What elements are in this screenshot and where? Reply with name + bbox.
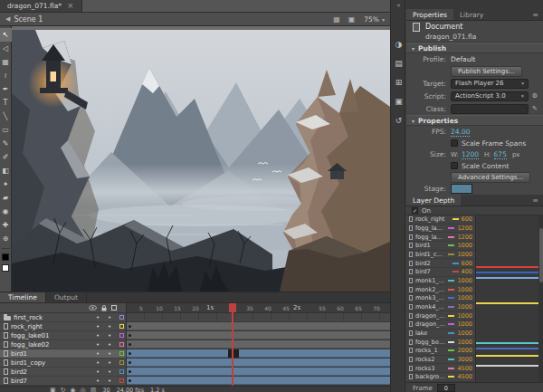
depth-row-rock_right[interactable]: rock_right600 — [406, 215, 475, 225]
depth-value[interactable]: 1000 — [457, 320, 472, 328]
frame-row-bird7[interactable] — [127, 377, 390, 386]
onion-skin-icon[interactable]: ◉ — [71, 387, 76, 392]
depth-row-monk3_walk[interactable]: monk3_walk1000 — [406, 294, 475, 303]
depth-row-lake[interactable]: lake1000 — [406, 330, 475, 339]
depth-row-monk4_walk[interactable]: monk4_walk1000 — [406, 303, 475, 312]
depth-line[interactable] — [476, 355, 538, 357]
transform-panel-icon[interactable]: ▣ — [395, 97, 403, 106]
script-settings-icon[interactable]: ⚙ — [532, 92, 538, 100]
depth-value[interactable]: 1000 — [457, 303, 472, 311]
frame-ruler[interactable]: 510152030354045556065701s2s — [127, 303, 390, 313]
depth-value[interactable]: 1000 — [457, 286, 472, 293]
depth-value[interactable]: 1000 — [457, 330, 472, 337]
depth-row-bird1_copy[interactable]: bird1_copy1000 — [406, 251, 475, 260]
publish-settings-button[interactable]: Publish Settings... — [451, 66, 522, 77]
height-value[interactable]: 675 — [494, 150, 507, 159]
depth-value[interactable]: 4500 — [457, 373, 472, 380]
properties-section-header[interactable]: ▾ Properties — [406, 115, 543, 126]
depth-line[interactable] — [476, 266, 538, 268]
playhead-handle[interactable] — [229, 303, 236, 312]
timeline-layer-first_rock[interactable]: first_rock•• — [0, 313, 126, 322]
depth-value[interactable]: 600 — [462, 260, 472, 267]
timeline-layer-bird1_copy[interactable]: bird1_copy•• — [0, 359, 126, 368]
visibility-dot[interactable]: • — [93, 368, 102, 376]
outline-icon[interactable] — [111, 305, 117, 311]
outline-color-swatch[interactable] — [117, 350, 126, 358]
lock-dot[interactable]: • — [105, 378, 114, 385]
timeline-tab-output[interactable]: Output — [46, 292, 87, 302]
stage-color-swatch[interactable] — [451, 184, 472, 194]
visibility-dot[interactable]: • — [93, 332, 102, 339]
depth-row-fogg_before[interactable]: fogg_before1000 — [406, 338, 475, 347]
depth-row-bird2[interactable]: bird2600 — [406, 259, 475, 268]
depth-row-monk1_walk[interactable]: monk1_walk1000 — [406, 277, 475, 286]
hand-tool[interactable]: ✚ — [0, 218, 12, 232]
depth-value[interactable]: 3000 — [457, 356, 472, 363]
fill-color-swatch[interactable] — [2, 264, 9, 272]
selection-tool[interactable]: ↖ — [0, 28, 12, 42]
visibility-dot[interactable]: • — [93, 323, 102, 330]
depth-row-rocks_1[interactable]: rocks_12000 — [406, 347, 475, 356]
edit-symbols-icon[interactable]: ▣ — [348, 15, 356, 24]
outline-color-swatch[interactable] — [117, 368, 126, 376]
depth-frame-value[interactable]: 0 — [437, 384, 455, 392]
playhead[interactable] — [232, 303, 233, 386]
free-transform-tool[interactable]: ▦ — [0, 55, 12, 69]
frame-row-fogg_lake01[interactable] — [127, 331, 390, 340]
depth-value[interactable]: 1000 — [457, 251, 472, 258]
lasso-tool[interactable]: ≀ — [0, 69, 12, 82]
timeline-layer-fogg_lake01[interactable]: fogg_lake01•• — [0, 331, 126, 340]
visibility-dot[interactable]: • — [93, 378, 102, 385]
zoom-select[interactable]: 75% ▾ — [364, 15, 385, 24]
pencil-tool[interactable]: ✎ — [0, 137, 12, 150]
loop-icon[interactable]: ↻ — [61, 387, 66, 392]
depth-row-rocks3[interactable]: rocks34500 — [406, 364, 475, 373]
eraser-tool[interactable]: ▰ — [0, 191, 12, 205]
depth-value[interactable]: 600 — [462, 215, 472, 223]
onion-skin-outlines-icon[interactable]: ◎ — [81, 387, 86, 392]
scale-frame-spans-checkbox[interactable] — [451, 139, 458, 147]
depth-value[interactable]: 1000 — [457, 277, 472, 284]
stroke-color-swatch[interactable] — [2, 253, 9, 261]
depth-line[interactable] — [476, 277, 538, 279]
frame-row-bird2[interactable] — [127, 368, 390, 377]
close-tab-icon[interactable]: × — [67, 2, 74, 10]
depth-row-background[interactable]: background4500 — [406, 373, 475, 382]
depth-value[interactable]: 2000 — [457, 347, 472, 354]
target-select[interactable]: Flash Player 26 ▾ — [451, 79, 529, 89]
visibility-dot[interactable]: • — [93, 314, 102, 321]
scene-breadcrumb[interactable]: Scene 1 — [14, 15, 43, 24]
script-select[interactable]: ActionScript 3.0 ▾ — [451, 91, 529, 101]
timeline-layer-fogg_lake02[interactable]: fogg_lake02•• — [0, 340, 126, 349]
outline-color-swatch[interactable] — [117, 378, 126, 385]
edit-multiple-frames-icon[interactable]: ▥ — [90, 387, 97, 392]
class-edit-icon[interactable]: ✎ — [532, 105, 538, 112]
frame-row-rock_right[interactable] — [127, 322, 390, 331]
eyedropper-tool[interactable]: ✦ — [0, 177, 12, 191]
swatches-panel-icon[interactable]: ▤ — [395, 59, 403, 68]
timeline-layer-bird1[interactable]: bird1•• — [0, 349, 126, 359]
history-panel-icon[interactable]: ↺ — [395, 116, 403, 125]
stage-area[interactable] — [12, 26, 390, 292]
panel-menu-icon[interactable]: ≡ — [532, 196, 538, 205]
depth-value[interactable]: 4500 — [457, 365, 472, 372]
timeline-layer-bird7[interactable]: bird7•• — [0, 377, 126, 386]
pen-tool[interactable]: ✒ — [0, 82, 12, 96]
outline-color-swatch[interactable] — [117, 314, 126, 321]
depth-line[interactable] — [476, 365, 538, 367]
edit-scene-icon[interactable]: ▦ — [333, 15, 340, 24]
outline-color-swatch[interactable] — [117, 332, 126, 339]
line-tool[interactable]: ╲ — [0, 110, 12, 123]
depth-value[interactable]: 1000 — [457, 312, 472, 320]
tab-layer-depth[interactable]: Layer Depth — [406, 195, 461, 206]
lock-dot[interactable]: • — [105, 314, 114, 321]
depth-value[interactable]: 1200 — [457, 225, 472, 232]
visibility-dot[interactable]: • — [93, 359, 102, 367]
lock-dot[interactable]: • — [105, 368, 114, 376]
outline-color-swatch[interactable] — [117, 341, 126, 349]
frame-row-bird1[interactable] — [127, 349, 390, 359]
frame-rate[interactable]: 24.00 fps — [117, 387, 144, 392]
scrollbar[interactable] — [538, 215, 543, 382]
depth-value[interactable]: 1000 — [457, 242, 472, 249]
depth-row-bird1[interactable]: bird11000 — [406, 242, 475, 251]
